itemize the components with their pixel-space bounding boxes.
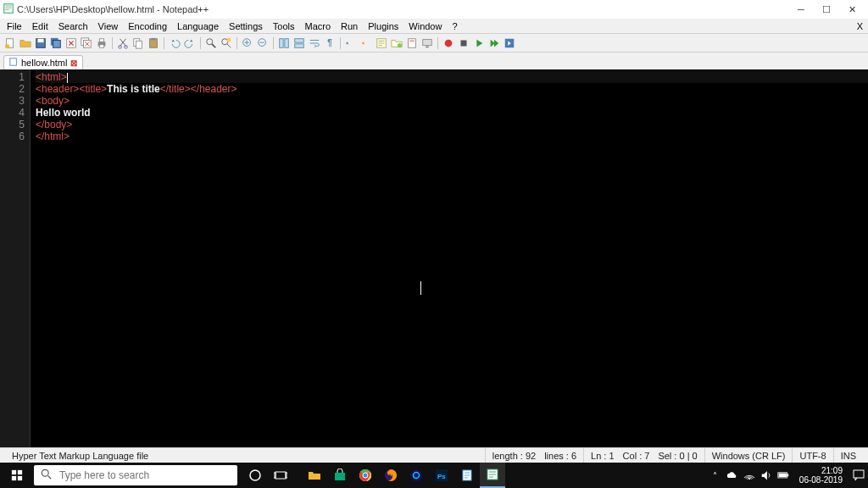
groove-icon[interactable] [403,463,429,488]
menu-settings[interactable]: Settings [224,20,268,32]
zoom-out-icon[interactable] [256,36,270,50]
cortana-icon[interactable] [242,463,268,488]
menu-plugins[interactable]: Plugins [363,20,403,32]
store-icon[interactable] [327,463,353,488]
cut-icon[interactable] [116,36,130,50]
find-icon[interactable] [204,36,218,50]
doc-map-icon[interactable] [405,36,419,50]
editor[interactable]: 1 2 3 4 5 6 <html> <header><title>This i… [0,69,868,447]
taskview-icon[interactable] [268,463,293,488]
close-doc-button[interactable]: X [852,20,866,32]
svg-rect-4 [38,38,44,42]
play-macro-icon[interactable] [472,36,486,50]
menu-language[interactable]: Language [172,20,224,32]
clock-time: 21:09 [799,466,843,475]
svg-rect-40 [18,476,22,480]
func-list-icon[interactable] [375,36,388,50]
menu-encoding[interactable]: Encoding [123,20,172,32]
svg-point-19 [207,38,213,44]
svg-rect-6 [53,40,61,47]
tab-file-icon [9,58,18,68]
code-line: Hello world [36,107,868,119]
menu-window[interactable]: Window [403,20,447,32]
firefox-icon[interactable] [378,463,403,488]
zoom-in-icon[interactable] [241,36,254,50]
status-encoding[interactable]: UTF-8 [793,448,833,463]
code-area[interactable]: <html> <header><title>This is title</tit… [31,69,868,447]
network-icon[interactable] [743,469,755,481]
status-bar: Hyper Text Markup Language file length :… [0,447,868,463]
play-multi-icon[interactable] [487,36,501,50]
code-line: <body> [36,95,868,107]
maximize-button[interactable]: ☐ [814,1,839,18]
monitor-icon[interactable] [420,36,434,50]
search-input[interactable] [59,469,231,481]
all-chars-icon[interactable]: ¶ [323,36,337,50]
paste-icon[interactable] [147,36,160,50]
menu-view[interactable]: View [93,20,124,32]
svg-point-51 [410,469,422,481]
volume-icon[interactable] [760,469,772,481]
menu-file[interactable]: File [2,20,27,32]
windows-taskbar: Ps ˄ 21:09 06-08-2019 [0,463,868,488]
replace-icon[interactable] [220,36,233,50]
open-file-icon[interactable] [19,36,32,50]
menu-macro[interactable]: Macro [299,20,336,32]
file-explorer-icon[interactable] [302,463,327,488]
copy-icon[interactable] [131,36,145,50]
line-number: 5 [0,119,25,130]
menu-edit[interactable]: Edit [27,20,53,32]
svg-rect-61 [854,470,864,478]
menu-run[interactable]: Run [336,20,363,32]
status-eol[interactable]: Windows (CR LF) [705,448,793,463]
save-icon[interactable] [34,36,47,50]
status-mode[interactable]: INS [834,448,863,463]
window-titlebar: C:\Users\HP\Desktop\hellow.html - Notepa… [0,0,868,19]
chrome-icon[interactable] [353,463,378,488]
sync-v-icon[interactable] [277,36,291,50]
close-all-icon[interactable] [80,36,93,50]
save-all-icon[interactable] [49,36,63,50]
svg-rect-30 [409,38,416,47]
taskbar-clock[interactable]: 21:09 06-08-2019 [794,466,848,485]
menu-search[interactable]: Search [53,20,93,32]
wrap-icon[interactable] [308,36,321,50]
taskbar-search[interactable] [34,465,237,485]
photoshop-icon[interactable]: Ps [429,463,454,488]
notifications-icon[interactable] [853,469,865,481]
svg-rect-36 [10,58,16,65]
menu-help[interactable]: ? [447,20,462,32]
tab-close-icon[interactable]: ⊠ [70,58,77,68]
notepad-icon[interactable] [454,463,480,488]
onedrive-icon[interactable] [726,469,738,481]
sync-h-icon[interactable] [292,36,306,50]
redo-icon[interactable] [183,36,197,50]
system-tray: ˄ 21:09 06-08-2019 [709,466,868,485]
record-macro-icon[interactable] [442,36,455,50]
tray-chevron-icon[interactable]: ˄ [709,469,721,481]
status-lines: lines : 6 [544,451,576,461]
stop-macro-icon[interactable] [457,36,470,50]
battery-icon[interactable] [777,469,789,481]
tab-hellow[interactable]: hellow.html ⊠ [3,55,83,69]
close-button[interactable]: ✕ [839,1,865,18]
menu-tools[interactable]: Tools [268,20,300,32]
start-button[interactable] [0,463,34,488]
folder-workspace-icon[interactable] [390,36,403,50]
status-ln: Ln : 1 [591,451,615,461]
new-file-icon[interactable] [3,36,17,50]
indent-icon[interactable] [344,36,358,50]
svg-rect-26 [295,38,304,42]
undo-icon[interactable] [168,36,181,50]
svg-point-29 [398,43,402,47]
status-col: Col : 7 [623,451,650,461]
close-file-icon[interactable] [64,36,78,50]
save-macro-icon[interactable] [503,36,516,50]
minimize-button[interactable]: ─ [788,1,814,18]
status-filetype: Hyper Text Markup Language file [5,448,486,463]
print-icon[interactable] [95,36,108,50]
outdent-icon[interactable] [359,36,373,50]
line-number: 6 [0,130,25,142]
svg-rect-37 [12,470,16,474]
notepadpp-icon[interactable] [480,463,505,488]
